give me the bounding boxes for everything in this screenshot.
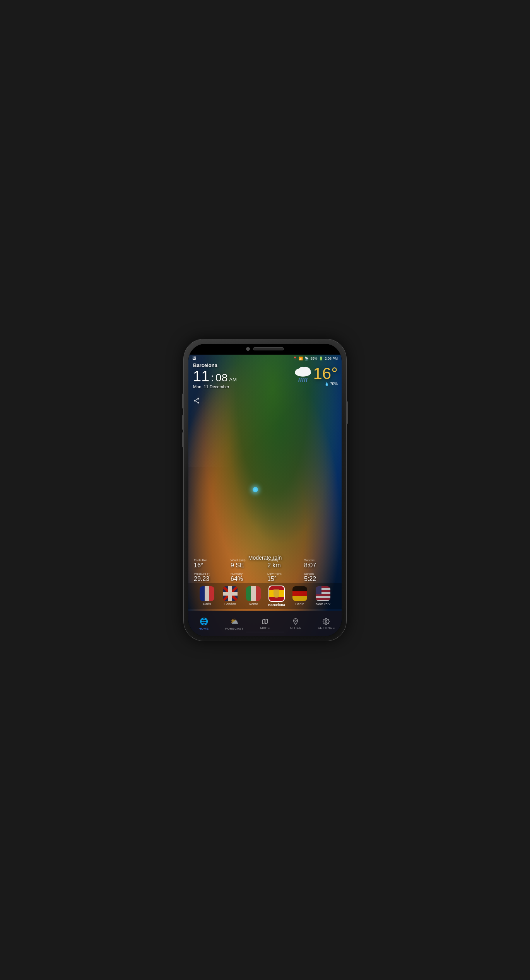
pressure-stat: Pressure (") 29.23 (191, 570, 228, 584)
feels-like-label: Feels like (194, 558, 226, 562)
home-label: HOME (199, 627, 209, 630)
status-bar: 🖼 📍 📶 📡 89% 🔋 2:08 PM (188, 355, 342, 362)
camera-area (246, 347, 284, 351)
settings-label: SETTINGS (318, 626, 335, 630)
nav-maps[interactable]: MAPS (250, 616, 280, 632)
city-item-rome[interactable]: Rome (243, 586, 263, 606)
time-hour: 11 (193, 369, 209, 384)
temperature-display: 16° 💧 70% (313, 365, 338, 386)
dewpoint-label: Dew Point (267, 572, 299, 576)
city-item-berlin[interactable]: Berlin (290, 586, 310, 606)
flag-spain (268, 586, 285, 602)
status-bar-left: 🖼 (192, 356, 196, 360)
humidity-stat: Humidity 64% (228, 570, 265, 584)
nav-settings[interactable]: SETTINGS (311, 616, 342, 632)
wifi-icon: 📶 (299, 357, 303, 360)
status-time: 2:08 PM (325, 357, 338, 360)
forecast-label: FORECAST (225, 627, 244, 630)
city-london-label: London (224, 602, 236, 606)
battery-icon: 🔋 (319, 357, 323, 360)
forecast-icon: ⛅ (230, 617, 239, 626)
dewpoint-stat: Dew Point 15° (265, 570, 302, 584)
svg-point-1 (194, 400, 196, 402)
svg-marker-9 (262, 619, 268, 624)
raindrop-icon: 💧 (325, 382, 329, 386)
cities-label: CITIES (290, 626, 301, 630)
cities-icon (292, 618, 299, 625)
screen: 🖼 📍 📶 📡 89% 🔋 2:08 PM Barcelona 11 : 08 (188, 355, 342, 636)
svg-point-0 (197, 398, 199, 400)
nav-forecast[interactable]: ⛅ FORECAST (219, 615, 250, 633)
city-paris-label: Paris (203, 602, 211, 606)
humidity-stat-label: Humidity (231, 572, 263, 576)
maps-label: MAPS (260, 626, 270, 630)
home-icon: 🌐 (200, 617, 208, 626)
pressure-value: 29.23 (194, 575, 226, 582)
humidity-stat-value: 64% (231, 575, 263, 582)
sunset-value: 5:22 (304, 575, 336, 582)
svg-point-12 (295, 620, 296, 621)
svg-line-4 (195, 399, 197, 400)
share-icon[interactable] (193, 397, 200, 406)
camera-lens (246, 347, 250, 351)
flag-france (200, 586, 214, 601)
phone-frame: 🖼 📍 📶 📡 89% 🔋 2:08 PM Barcelona 11 : 08 (184, 339, 346, 641)
city-item-london[interactable]: London (220, 586, 240, 606)
city-barcelona-label: Barcelona (268, 603, 285, 607)
flag-germany (292, 586, 307, 601)
bottom-navigation: 🌐 HOME ⛅ FORECAST MAPS (188, 611, 342, 636)
svg-line-3 (195, 401, 197, 402)
sunset-stat: Sunset 5:22 (302, 570, 339, 584)
settings-icon (323, 618, 330, 625)
visibility-stat: Visibility 2 km (265, 557, 302, 570)
status-bar-right: 📍 📶 📡 89% 🔋 2:08 PM (293, 357, 338, 360)
nav-home[interactable]: 🌐 HOME (188, 615, 219, 633)
image-icon: 🖼 (192, 356, 196, 360)
feels-like-value: 16° (194, 562, 226, 569)
wind-label: Wind (m/s) (231, 558, 263, 562)
city-item-newyork[interactable]: New York (313, 586, 333, 606)
nav-cities[interactable]: CITIES (280, 616, 311, 632)
signal-bars-icon: 📡 (304, 357, 309, 360)
pressure-label: Pressure (") (194, 572, 226, 576)
temperature-value: 16° (313, 365, 338, 382)
dewpoint-value: 15° (267, 575, 299, 582)
city-item-barcelona[interactable]: Barcelona (267, 586, 287, 607)
sunrise-label: Sunrise (304, 558, 336, 562)
feels-like-stat: Feels like 16° (191, 557, 228, 570)
time-minute: 08 (215, 372, 227, 383)
flag-italy (246, 586, 261, 601)
time-separator: : (211, 372, 214, 383)
visibility-label: Visibility (267, 558, 299, 562)
svg-point-2 (197, 402, 199, 404)
location-icon: 📍 (293, 357, 297, 360)
city-berlin-label: Berlin (295, 602, 304, 606)
battery-percentage: 89% (310, 357, 317, 360)
speaker-grille (253, 347, 284, 350)
flag-usa (316, 586, 330, 601)
city-newyork-label: New York (316, 602, 330, 606)
phone-inner: 🖼 📍 📶 📡 89% 🔋 2:08 PM Barcelona 11 : 08 (188, 344, 342, 636)
humidity-percentage: 70% (330, 382, 338, 386)
visibility-value: 2 km (267, 562, 299, 569)
city-rome-label: Rome (249, 602, 258, 606)
flag-uk (223, 586, 238, 601)
sunrise-value: 8:07 (304, 562, 336, 569)
wind-value: 9 SE (231, 562, 263, 569)
city-item-paris[interactable]: Paris (197, 586, 217, 606)
humidity-row: 💧 70% (325, 382, 338, 386)
maps-icon (262, 618, 268, 625)
top-bezel (188, 344, 342, 355)
sunset-label: Sunset (304, 572, 336, 576)
sunrise-stat: Sunrise 8:07 (302, 557, 339, 570)
cities-bar: Paris London Rome (188, 583, 342, 609)
weather-stats-grid: Feels like 16° Wind (m/s) 9 SE Visibilit… (188, 557, 342, 584)
svg-point-13 (325, 620, 327, 622)
time-ampm: AM (229, 377, 237, 382)
wind-stat: Wind (m/s) 9 SE (228, 557, 265, 570)
